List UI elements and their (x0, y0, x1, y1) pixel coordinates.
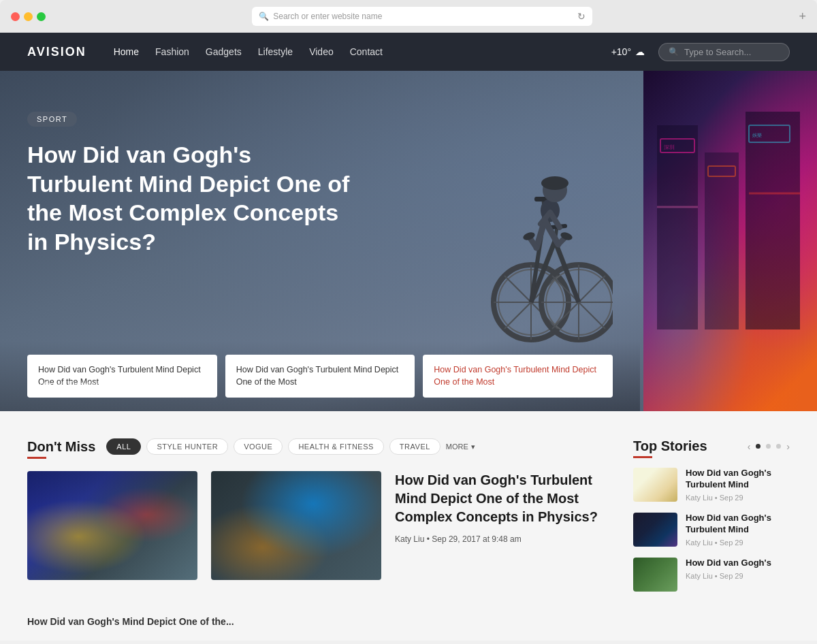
nav-gadgets[interactable]: Gadgets (206, 46, 242, 57)
hero-section: SPORT How Did van Gogh's Turbulent Mind … (0, 71, 817, 411)
header-right: +10° ☁ 🔍 (611, 43, 790, 61)
stories-nav: ‹ › (748, 441, 790, 452)
main-nav: Home Fashion Gadgets Lifestyle Video Con… (114, 46, 383, 57)
related-card-3[interactable]: How Did van Gogh's Turbulent Mind Depict… (423, 355, 613, 398)
maximize-button[interactable] (37, 12, 46, 21)
arrow-right-icon: → (110, 379, 121, 391)
filter-style-hunter[interactable]: STYLE HUNTER (146, 438, 228, 455)
weather-temp: +10° (611, 46, 631, 57)
nav-home[interactable]: Home (114, 46, 139, 57)
article-meta: Katy Liu • Sep 29, 2017 at 9:48 am (395, 534, 606, 544)
svg-rect-32 (705, 152, 739, 329)
story-sep-2: • (715, 538, 720, 547)
article-image-1 (27, 471, 197, 580)
bottom-articles: How Did van Gogh's Mind Depict One of th… (0, 616, 817, 641)
search-icon: 🔍 (669, 47, 679, 57)
story-author-3: Katy Liu (686, 572, 713, 580)
article-title[interactable]: How Did van Gogh's Turbulent Mind Depict… (395, 471, 606, 526)
story-author-1: Katy Liu (686, 494, 713, 502)
svg-text:深圳: 深圳 (664, 144, 675, 150)
nav-video[interactable]: Video (309, 46, 334, 57)
weather-icon: ☁ (635, 46, 645, 57)
svg-rect-33 (746, 112, 800, 329)
story-title-3: How Did van Gogh's (686, 558, 771, 569)
new-tab-button[interactable]: + (799, 10, 806, 24)
category-badge: SPORT (27, 112, 77, 127)
story-info-3: How Did van Gogh's Katy Liu • Sep 29 (686, 558, 771, 580)
bottom-article-title: How Did van Gogh's Mind Depict One of th… (27, 616, 790, 627)
story-item-1[interactable]: How Did van Gogh's Turbulent Mind Katy L… (633, 468, 790, 502)
filter-all[interactable]: ALL (106, 438, 141, 455)
site-header: AVISION Home Fashion Gadgets Lifestyle V… (0, 33, 817, 71)
chevron-down-icon: ▾ (471, 442, 475, 451)
story-thumb-2 (633, 513, 677, 547)
more-label: MORE (446, 442, 468, 451)
stories-dot-3[interactable] (776, 444, 781, 449)
article-grid: How Did van Gogh's Turbulent Mind Depict… (27, 471, 606, 580)
story-sep-3: • (715, 572, 720, 580)
story-date-3: Sep 29 (720, 572, 743, 580)
address-text: Search or enter website name (273, 12, 382, 21)
related-card-title-3: How Did van Gogh's Turbulent Mind Depict… (434, 364, 602, 388)
story-meta-3: Katy Liu • Sep 29 (686, 572, 771, 580)
address-bar[interactable]: 🔍 Search or enter website name ↻ (252, 7, 592, 26)
article-author: Katy Liu (395, 534, 424, 544)
story-meta-2: Katy Liu • Sep 29 (686, 538, 790, 547)
article-text: How Did van Gogh's Turbulent Mind Depict… (395, 471, 606, 580)
story-meta-1: Katy Liu • Sep 29 (686, 494, 790, 502)
top-stories-header: Top Stories ‹ › (633, 438, 790, 454)
hero-content: SPORT How Did van Gogh's Turbulent Mind … (0, 71, 381, 411)
svg-line-25 (536, 221, 545, 248)
story-thumb-3 (633, 558, 677, 592)
story-thumb-1 (633, 468, 677, 502)
filter-more-button[interactable]: MORE ▾ (446, 442, 475, 451)
svg-text:娛樂: 娛樂 (752, 133, 762, 138)
section-header: Don't Miss ALL STYLE HUNTER VOGUE HEALTH… (27, 438, 606, 455)
nav-lifestyle[interactable]: Lifestyle (258, 46, 293, 57)
article-image-col-2 (211, 471, 381, 580)
search-bar[interactable]: 🔍 (658, 43, 790, 61)
minimize-button[interactable] (24, 12, 33, 21)
article-img-2-bg (211, 471, 381, 580)
nav-contact[interactable]: Contact (350, 46, 383, 57)
dont-miss-title: Don't Miss (27, 439, 95, 455)
story-title-2: How Did van Gogh's Turbulent Mind (686, 513, 790, 536)
nav-fashion[interactable]: Fashion (155, 46, 189, 57)
close-button[interactable] (11, 12, 20, 21)
stories-dot-1[interactable] (756, 444, 760, 449)
search-input[interactable] (684, 47, 780, 57)
dont-miss-section: Don't Miss ALL STYLE HUNTER VOGUE HEALTH… (27, 438, 606, 602)
top-stories-title: Top Stories (633, 438, 707, 454)
stories-dot-2[interactable] (766, 444, 771, 449)
hero-image (477, 91, 626, 377)
story-item-3[interactable]: How Did van Gogh's Katy Liu • Sep 29 (633, 558, 790, 592)
stories-prev[interactable]: ‹ (748, 441, 751, 452)
svg-rect-31 (657, 125, 698, 329)
article-date: Sep 29, 2017 at 9:48 am (432, 534, 521, 544)
traffic-lights (11, 12, 46, 21)
site-wrapper: AVISION Home Fashion Gadgets Lifestyle V… (0, 33, 817, 641)
filter-health-fitness[interactable]: HEALTH & FITNESS (288, 438, 383, 455)
side-image-placeholder: 深圳 娛樂 (643, 71, 817, 411)
continue-reading-link[interactable]: Continue Reading → (27, 372, 354, 391)
browser-window: 🔍 Search or enter website name ↻ + (0, 0, 817, 33)
filter-vogue[interactable]: VOGUE (234, 438, 283, 455)
search-icon: 🔍 (259, 12, 269, 21)
story-date-2: Sep 29 (720, 538, 743, 547)
svg-point-22 (541, 176, 568, 190)
story-author-2: Katy Liu (686, 538, 713, 547)
hero-side-image: 深圳 娛樂 (643, 71, 817, 411)
weather-widget: +10° ☁ (611, 46, 645, 57)
story-date-1: Sep 29 (720, 494, 743, 502)
stories-next[interactable]: › (786, 441, 790, 452)
browser-toolbar: 🔍 Search or enter website name ↻ + (0, 7, 817, 33)
story-title-1: How Did van Gogh's Turbulent Mind (686, 468, 790, 491)
times-square-image (27, 471, 197, 580)
hero-title: How Did van Gogh's Turbulent Mind Depict… (27, 140, 354, 256)
story-info-2: How Did van Gogh's Turbulent Mind Katy L… (686, 513, 790, 547)
site-logo[interactable]: AVISION (27, 45, 86, 59)
story-item-2[interactable]: How Did van Gogh's Turbulent Mind Katy L… (633, 513, 790, 547)
filter-travel[interactable]: TRAVEL (389, 438, 440, 455)
reload-button[interactable]: ↻ (577, 11, 586, 22)
article-images (27, 471, 197, 580)
